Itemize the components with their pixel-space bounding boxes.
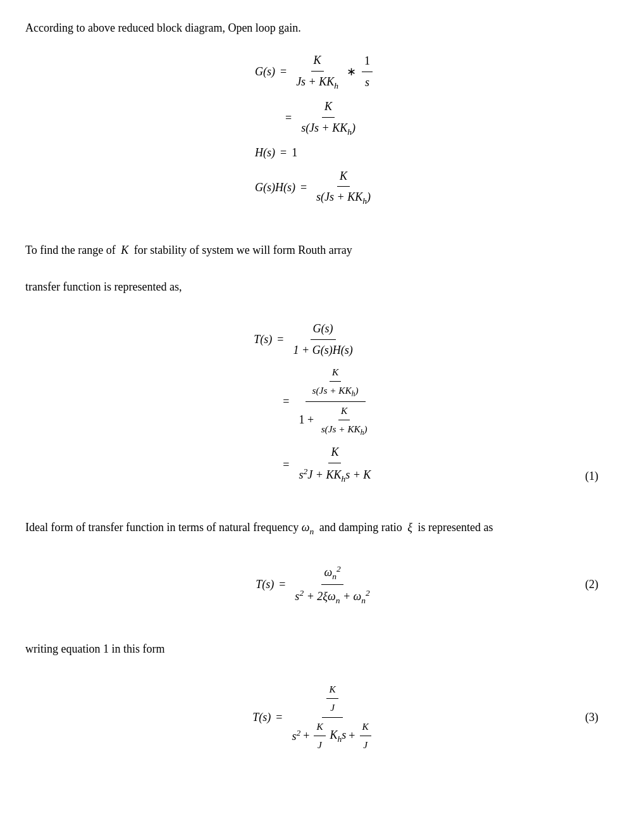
gap7 (25, 658, 605, 668)
frac-K-sJsKKh: K s(Js + KKh) (299, 97, 358, 139)
eq-gs-line1: G(s) = K Js + KKh ∗ 1 s (255, 51, 374, 92)
ts-label-1: T(s) (254, 330, 272, 349)
eq-ts2-block: T(s) = ωn2 s2 + 2ξωn + ωn2 (2) (25, 560, 605, 610)
eq-gs-block: G(s) = K Js + KKh ∗ 1 s G(s) = K s(Js + … (25, 49, 605, 211)
frac-KJ-denom: K J s2 + K J Khs + K J (289, 682, 375, 753)
para3-omega: ωn (302, 521, 314, 534)
gap4 (25, 499, 605, 518)
eq-gshs-line: G(s)H(s) = K s(Js + KKh) (255, 167, 375, 208)
eq-number-3: (3) (585, 708, 598, 727)
para2: transfer function is represented as, (25, 278, 605, 296)
para1: To find the range of K for stability of … (25, 241, 605, 260)
eq-ts3-row: T(s) = K J s2 + K J Khs + (252, 682, 377, 753)
para4: writing equation 1 in this form (25, 640, 605, 658)
frac-nested: K s(Js + KKh) 1 + K s(Js + KKh) (296, 365, 374, 439)
intro-text: According to above reduced block diagram… (25, 19, 605, 37)
eq-gs-line2: G(s) = K s(Js + KKh) (255, 97, 360, 139)
gap3 (25, 296, 605, 306)
eq-ts-line1: T(s) = G(s) 1 + G(s)H(s) (254, 320, 357, 360)
gshs-label: G(s)H(s) (255, 179, 295, 197)
gap5 (25, 539, 605, 548)
eq-number-2: (2) (585, 575, 598, 594)
gap1 (25, 222, 605, 241)
eq-ts3-block: T(s) = K J s2 + K J Khs + (25, 679, 605, 756)
frac-Gs-1GsHs: G(s) 1 + G(s)H(s) (291, 320, 355, 360)
eq-number-1: (1) (585, 467, 598, 486)
eq-ts-block: T(s) = G(s) 1 + G(s)H(s) T(s) = K s(Js +… (25, 317, 605, 488)
gap6 (25, 621, 605, 640)
para3-xi: ξ (407, 521, 412, 534)
para1-K: K (121, 244, 128, 256)
gap2 (25, 259, 605, 278)
ts-label-2: T(s) (256, 575, 274, 594)
eq-ts2-row: T(s) = ωn2 s2 + 2ξωn + ωn2 (256, 562, 374, 607)
frac-K-s2JKKhsK: K s2J + KKhs + K (296, 443, 373, 486)
gs-label: G(s) (255, 63, 275, 81)
eq-ts-line2: T(s) = K s(Js + KKh) 1 + K s(Js + KKh) (254, 365, 376, 439)
ts-label-3: T(s) (252, 708, 271, 727)
eq-ts-line3: T(s) = K s2J + KKhs + K (254, 443, 375, 486)
frac-K-JsKKh: K Js + KKh (293, 51, 341, 92)
frac-K-sJsKKh-2: K s(Js + KKh) (314, 167, 373, 208)
frac-1-s: 1 s (362, 52, 373, 92)
frac-omegan2-denom: ωn2 s2 + 2ξωn + ωn2 (292, 562, 372, 607)
hs-label: H(s) (255, 144, 275, 162)
para3: Ideal form of transfer function in terms… (25, 518, 605, 538)
eq-hs-line: H(s) = 1 (255, 144, 297, 162)
main-content: According to above reduced block diagram… (25, 19, 605, 756)
